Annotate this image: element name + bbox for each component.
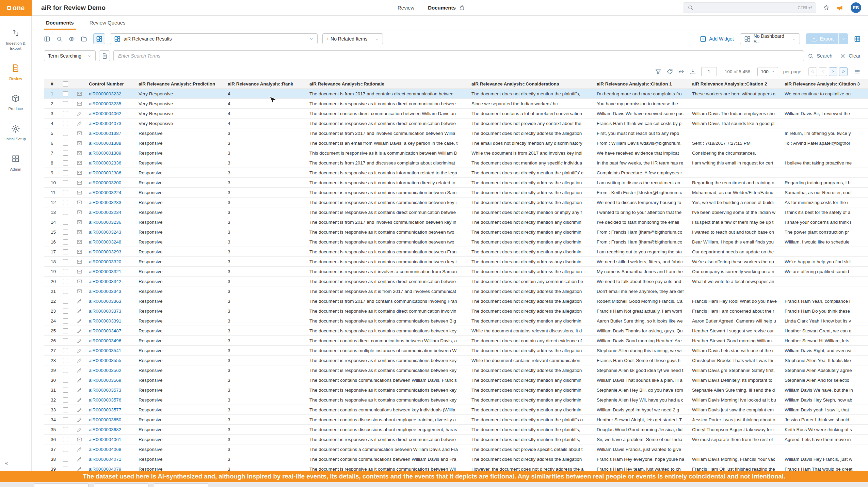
table-row[interactable]: 6aiR0000001388Responsive3The document is… bbox=[44, 138, 868, 148]
control-number-link[interactable]: aiR0000003200 bbox=[89, 180, 121, 185]
table-row[interactable]: 10aiR0000003200Responsive3The document i… bbox=[44, 178, 868, 188]
table-row[interactable]: 18aiR0000003320Responsive3The document i… bbox=[44, 257, 868, 267]
control-number-link[interactable]: aiR0000003391 bbox=[89, 318, 121, 324]
tab-review-queues[interactable]: Review Queues bbox=[90, 16, 126, 30]
table-row[interactable]: 20aiR0000003342Responsive3The document i… bbox=[44, 277, 868, 286]
row-checkbox[interactable] bbox=[63, 318, 68, 324]
row-checkbox[interactable] bbox=[63, 447, 68, 452]
table-row[interactable]: 26aiR0000003496Responsive3The document c… bbox=[44, 336, 868, 346]
export-button[interactable]: Export bbox=[806, 33, 848, 44]
table-row[interactable]: 17aiR0000003293Responsive3The document i… bbox=[44, 247, 868, 257]
control-number-link[interactable]: aiR0000003293 bbox=[89, 249, 121, 254]
row-checkbox[interactable] bbox=[63, 230, 68, 235]
related-items-dropdown[interactable]: + No Related Items bbox=[322, 33, 383, 44]
row-checkbox[interactable] bbox=[63, 289, 68, 294]
search-mode-dropdown[interactable]: Term Searching bbox=[44, 50, 96, 61]
row-checkbox[interactable] bbox=[63, 378, 68, 383]
control-number-link[interactable]: aiR0000003650 bbox=[89, 417, 121, 422]
control-number-link[interactable]: aiR0000003235 bbox=[89, 101, 121, 106]
page-size-dropdown[interactable]: 100 bbox=[757, 67, 778, 76]
row-checkbox[interactable] bbox=[63, 160, 68, 166]
table-row[interactable]: 31aiR0000003573Responsive3The document i… bbox=[44, 385, 868, 395]
page-number-input[interactable]: 1 bbox=[701, 67, 717, 76]
favorites-icon[interactable] bbox=[823, 4, 830, 11]
folders-icon[interactable] bbox=[81, 36, 87, 42]
control-number-link[interactable]: aiR0000003342 bbox=[89, 279, 121, 284]
layout-grid-icon[interactable] bbox=[854, 36, 861, 42]
table-row[interactable]: 13aiR0000003234Responsive3The document i… bbox=[44, 207, 868, 217]
control-number-link[interactable]: aiR0000003496 bbox=[89, 338, 121, 343]
table-row[interactable]: 16aiR0000003248Responsive3The document i… bbox=[44, 237, 868, 247]
control-number-link[interactable]: aiR0000003363 bbox=[89, 299, 121, 304]
last-page-button[interactable] bbox=[839, 67, 848, 76]
search-terms-input[interactable] bbox=[113, 50, 804, 61]
table-row[interactable]: 5aiR0000001387Responsive3The document is… bbox=[44, 128, 868, 138]
row-checkbox[interactable] bbox=[63, 407, 68, 412]
control-number-link[interactable]: aiR0000004061 bbox=[89, 437, 121, 442]
row-checkbox[interactable] bbox=[63, 111, 68, 116]
control-number-link[interactable]: aiR0000004071 bbox=[89, 457, 121, 462]
header-prediction[interactable]: aiR Relevance Analysis::Prediction bbox=[139, 81, 228, 87]
clear-button[interactable]: Clear bbox=[839, 53, 861, 59]
control-number-link[interactable]: aiR0000004068 bbox=[89, 447, 121, 452]
sidebar-item-review[interactable]: Review bbox=[0, 64, 32, 81]
control-number-link[interactable]: aiR0000002386 bbox=[89, 170, 121, 175]
download-icon[interactable] bbox=[690, 68, 696, 75]
control-number-link[interactable]: aiR0000001388 bbox=[89, 141, 121, 146]
row-checkbox[interactable] bbox=[63, 210, 68, 215]
row-checkbox[interactable] bbox=[63, 348, 68, 353]
dashboard-dropdown[interactable]: No Dashboard S... bbox=[740, 33, 800, 44]
nav-documents[interactable]: Documents bbox=[428, 4, 465, 11]
row-checkbox[interactable] bbox=[63, 368, 68, 373]
table-row[interactable]: 23aiR0000003373Responsive3The document i… bbox=[44, 306, 868, 316]
sidebar-item-produce[interactable]: Produce bbox=[0, 94, 32, 111]
user-avatar[interactable]: EB bbox=[851, 2, 861, 13]
fit-width-icon[interactable] bbox=[678, 68, 685, 75]
control-number-link[interactable]: aiR0000003320 bbox=[89, 259, 121, 264]
table-row[interactable]: 38aiR0000004071Responsive3The document c… bbox=[44, 454, 868, 464]
table-row[interactable]: 11aiR0000003224Responsive3The document i… bbox=[44, 188, 868, 198]
control-number-link[interactable]: aiR0000003555 bbox=[89, 358, 121, 363]
table-row[interactable]: 28aiR0000003555Responsive3The document i… bbox=[44, 356, 868, 365]
row-checkbox[interactable] bbox=[63, 190, 68, 195]
table-row[interactable]: 22aiR0000003363Responsive3The document i… bbox=[44, 296, 868, 306]
control-number-link[interactable]: aiR0000004073 bbox=[89, 121, 121, 126]
table-row[interactable]: 19aiR0000003321Responsive3The document i… bbox=[44, 267, 868, 277]
table-row[interactable]: 2aiR0000003235Very Responsive4The docume… bbox=[44, 99, 868, 109]
table-row[interactable]: 25aiR0000003487Responsive3The document i… bbox=[44, 326, 868, 336]
tab-documents[interactable]: Documents bbox=[46, 16, 74, 30]
control-number-link[interactable]: aiR0000003234 bbox=[89, 210, 121, 215]
row-checkbox[interactable] bbox=[63, 269, 68, 274]
row-checkbox[interactable] bbox=[63, 141, 68, 146]
header-rationale[interactable]: aiR Relevance Analysis::Rationale bbox=[309, 81, 471, 87]
control-number-link[interactable]: aiR0000002336 bbox=[89, 160, 121, 166]
documents-favorite-icon[interactable] bbox=[459, 4, 465, 11]
global-search-input[interactable]: CTRL+/ bbox=[683, 2, 816, 13]
add-widget-button[interactable]: Add Widget bbox=[700, 36, 734, 42]
row-checkbox[interactable] bbox=[63, 328, 68, 333]
row-checkbox[interactable] bbox=[63, 299, 68, 304]
nav-review[interactable]: Review bbox=[398, 5, 414, 11]
table-row[interactable]: 30aiR0000003569Responsive3The document c… bbox=[44, 375, 868, 385]
row-checkbox[interactable] bbox=[63, 259, 68, 264]
header-control-number[interactable]: Control Number bbox=[89, 81, 139, 87]
control-number-link[interactable]: aiR0000003562 bbox=[89, 368, 121, 373]
row-checkbox[interactable] bbox=[63, 457, 68, 462]
row-checkbox[interactable] bbox=[63, 151, 68, 156]
table-row[interactable]: 14aiR0000003236Responsive3The document i… bbox=[44, 217, 868, 227]
control-number-link[interactable]: aiR0000003233 bbox=[89, 200, 121, 205]
control-number-link[interactable]: aiR0000003569 bbox=[89, 378, 121, 383]
header-considerations[interactable]: aiR Relevance Analysis::Considerations bbox=[471, 81, 597, 87]
row-checkbox[interactable] bbox=[63, 338, 68, 343]
row-checkbox[interactable] bbox=[63, 358, 68, 363]
table-row[interactable]: 1aiR0000003232Very Responsive4The docume… bbox=[44, 89, 868, 99]
table-row[interactable]: 15aiR0000003243Responsive3The document i… bbox=[44, 227, 868, 237]
row-checkbox[interactable] bbox=[63, 397, 68, 403]
row-checkbox[interactable] bbox=[63, 220, 68, 225]
sidebar-collapse-button[interactable]: « bbox=[5, 460, 7, 467]
control-number-link[interactable]: aiR0000003541 bbox=[89, 348, 121, 353]
table-row[interactable]: 7aiR0000001389Responsive3This document i… bbox=[44, 148, 868, 158]
header-citation1[interactable]: aiR Relevance Analysis::Citation 1 bbox=[597, 81, 692, 87]
row-checkbox[interactable] bbox=[63, 309, 68, 314]
sidebar-item-initial-setup[interactable]: Initial Setup bbox=[0, 124, 32, 142]
